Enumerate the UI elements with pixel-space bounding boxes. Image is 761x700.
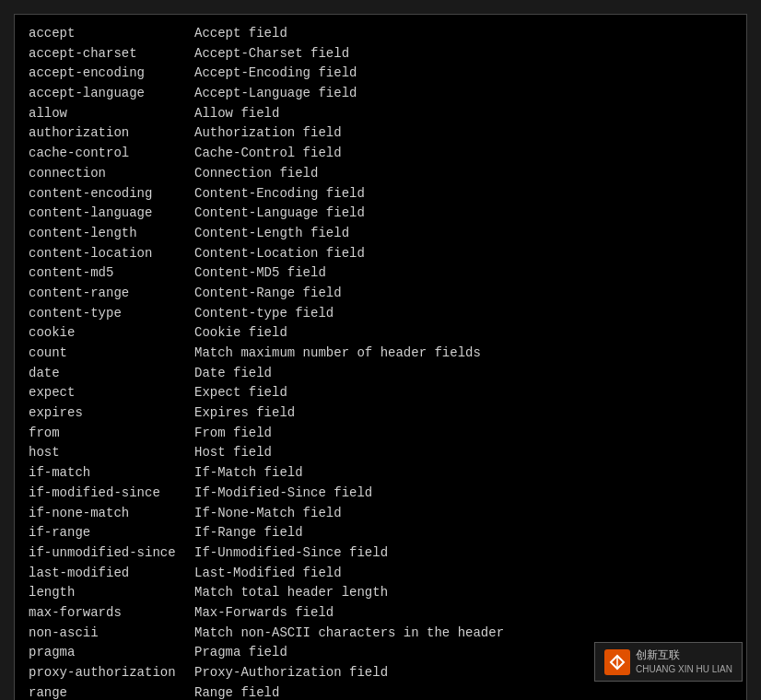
row-key: cookie <box>29 323 194 344</box>
row-value: Authorization field <box>194 123 342 144</box>
row-value: Connection field <box>194 164 318 184</box>
row-key: if-match <box>29 463 194 484</box>
row-value: Last-Modified field <box>194 564 342 584</box>
table-row: if-rangeIf-Range field <box>29 523 732 543</box>
row-key: proxy-authorization <box>29 663 194 683</box>
table-row: max-forwardsMax-Forwards field <box>29 603 732 624</box>
row-value: Accept field <box>194 24 287 44</box>
table-row: content-typeContent-type field <box>29 304 732 324</box>
watermark-text: 创新互联 CHUANG XIN HU LIAN <box>636 648 732 675</box>
row-key: content-length <box>29 224 194 244</box>
row-key: content-type <box>29 304 194 324</box>
row-value: From field <box>194 424 272 444</box>
row-key: if-range <box>29 523 194 543</box>
row-key: if-none-match <box>29 504 194 524</box>
row-key: if-unmodified-since <box>29 543 194 564</box>
row-value: Expect field <box>194 383 287 403</box>
row-key: expires <box>29 403 194 424</box>
row-key: length <box>29 583 194 603</box>
row-value: Date field <box>194 364 272 384</box>
table-row: cache-controlCache-Control field <box>29 144 732 164</box>
row-value: Content-MD5 field <box>194 263 326 284</box>
row-key: connection <box>29 164 194 184</box>
row-key: date <box>29 364 194 384</box>
row-key: from <box>29 424 194 444</box>
row-key: content-md5 <box>29 263 194 284</box>
row-key: content-language <box>29 204 194 224</box>
row-key: if-modified-since <box>29 484 194 504</box>
table-row: last-modifiedLast-Modified field <box>29 564 732 584</box>
row-value: Content-Encoding field <box>194 184 365 204</box>
table-row: allowAllow field <box>29 104 732 124</box>
table-row: connectionConnection field <box>29 164 732 184</box>
table-row: content-rangeContent-Range field <box>29 284 732 304</box>
table-row: non-asciiMatch non-ASCII characters in t… <box>29 624 732 644</box>
row-key: last-modified <box>29 564 194 584</box>
rows-container: acceptAccept fieldaccept-charsetAccept-C… <box>29 24 732 700</box>
table-row: if-matchIf-Match field <box>29 463 732 484</box>
row-value: Expires field <box>194 403 295 424</box>
row-value: Content-Range field <box>194 284 342 304</box>
row-key: accept-encoding <box>29 64 194 84</box>
table-row: lengthMatch total header length <box>29 583 732 603</box>
row-value: Match maximum number of header fields <box>194 344 481 364</box>
table-row: cookieCookie field <box>29 323 732 344</box>
row-value: Match total header length <box>194 583 388 603</box>
table-row: fromFrom field <box>29 424 732 444</box>
watermark-logo <box>604 649 630 675</box>
table-row: authorizationAuthorization field <box>29 123 732 144</box>
row-value: Content-Location field <box>194 244 365 264</box>
row-key: content-location <box>29 244 194 264</box>
row-value: Accept-Language field <box>194 84 357 104</box>
row-value: Range field <box>194 683 279 700</box>
row-value: Proxy-Authorization field <box>194 663 388 683</box>
row-value: Pragma field <box>194 643 287 663</box>
row-key: cache-control <box>29 144 194 164</box>
row-key: pragma <box>29 643 194 663</box>
table-row: content-lengthContent-Length field <box>29 224 732 244</box>
table-row: accept-encodingAccept-Encoding field <box>29 64 732 84</box>
row-key: max-forwards <box>29 603 194 624</box>
table-row: if-unmodified-sinceIf-Unmodified-Since f… <box>29 543 732 564</box>
row-value: Cookie field <box>194 323 287 344</box>
row-value: Accept-Encoding field <box>194 64 357 84</box>
table-row: hostHost field <box>29 443 732 463</box>
table-row: content-encodingContent-Encoding field <box>29 184 732 204</box>
row-key: content-range <box>29 284 194 304</box>
watermark-line2: CHUANG XIN HU LIAN <box>636 663 732 675</box>
table-row: countMatch maximum number of header fiel… <box>29 344 732 364</box>
table-row: if-modified-sinceIf-Modified-Since field <box>29 484 732 504</box>
row-value: If-Unmodified-Since field <box>194 543 388 564</box>
table-row: rangeRange field <box>29 683 732 700</box>
row-key: expect <box>29 383 194 403</box>
terminal-window: acceptAccept fieldaccept-charsetAccept-C… <box>14 14 747 700</box>
watermark-line1: 创新互联 <box>636 648 732 663</box>
table-row: content-languageContent-Language field <box>29 204 732 224</box>
row-key: accept <box>29 24 194 44</box>
row-value: If-Range field <box>194 523 303 543</box>
row-value: Allow field <box>194 104 279 124</box>
cx-icon <box>607 652 627 672</box>
table-row: dateDate field <box>29 364 732 384</box>
row-key: accept-charset <box>29 44 194 64</box>
table-row: content-locationContent-Location field <box>29 244 732 264</box>
row-value: If-Match field <box>194 463 303 484</box>
row-key: accept-language <box>29 84 194 104</box>
row-value: Content-type field <box>194 304 334 324</box>
row-key: content-encoding <box>29 184 194 204</box>
row-value: Content-Length field <box>194 224 349 244</box>
table-row: if-none-matchIf-None-Match field <box>29 504 732 524</box>
row-key: allow <box>29 104 194 124</box>
row-value: Host field <box>194 443 272 463</box>
row-value: If-Modified-Since field <box>194 484 372 504</box>
table-row: acceptAccept field <box>29 24 732 44</box>
row-value: Match non-ASCII characters in the header <box>194 624 504 644</box>
row-value: Cache-Control field <box>194 144 342 164</box>
row-value: If-None-Match field <box>194 504 342 524</box>
row-key: range <box>29 683 194 700</box>
row-value: Content-Language field <box>194 204 365 224</box>
row-key: authorization <box>29 123 194 144</box>
table-row: expiresExpires field <box>29 403 732 424</box>
row-key: host <box>29 443 194 463</box>
row-value: Max-Forwards field <box>194 603 334 624</box>
